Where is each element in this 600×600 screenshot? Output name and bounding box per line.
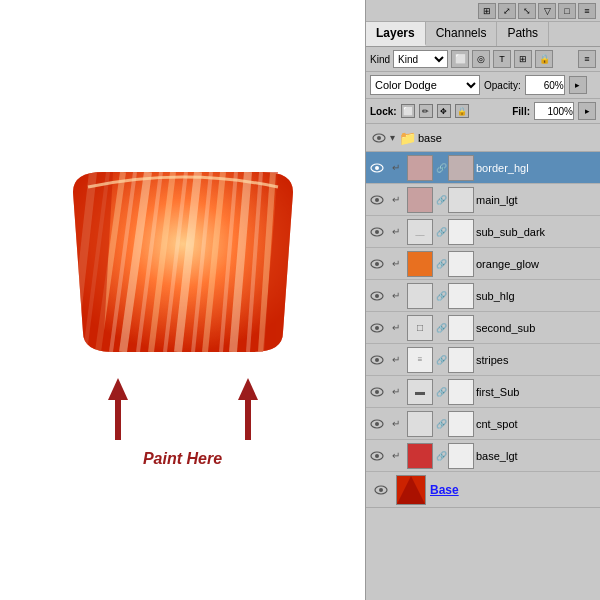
eye-icon-first-sub[interactable]: [366, 376, 388, 408]
filter-row: Kind Kind ⬜ ◎ T ⊞ 🔒 ≡: [366, 47, 600, 72]
arrow-up-icon: [108, 378, 128, 400]
layer-name-base-lgt: base_lgt: [476, 450, 600, 462]
thumb-link: 🔗: [436, 443, 446, 469]
layer-item-second-sub[interactable]: ↵ □ 🔗 second_sub: [366, 312, 600, 344]
thumb-sub-hlg: [407, 283, 433, 309]
layer-item-main-lgt[interactable]: ↵ 🔗 main_lgt: [366, 184, 600, 216]
thumb-orange-glow: [407, 251, 433, 277]
mask-main-lgt: [448, 187, 474, 213]
filter-icon-3[interactable]: T: [493, 50, 511, 68]
icon-btn-6[interactable]: ≡: [578, 3, 596, 19]
group-expand-icon[interactable]: ▾: [390, 132, 395, 143]
filter-icon-4[interactable]: ⊞: [514, 50, 532, 68]
base-layer-name[interactable]: Base: [430, 483, 459, 497]
link-icon: ↵: [388, 152, 404, 184]
layer-item-stripes[interactable]: ↵ ≡ 🔗 stripes: [366, 344, 600, 376]
layer-item-sub-sub-dark[interactable]: ↵ __ 🔗 sub_sub_dark: [366, 216, 600, 248]
thumb-second-sub: □: [407, 315, 433, 341]
icon-btn-2[interactable]: ⤢: [498, 3, 516, 19]
opacity-input[interactable]: 60%: [525, 75, 565, 95]
fill-arrow[interactable]: ▸: [578, 102, 596, 120]
tab-channels[interactable]: Channels: [426, 22, 498, 46]
link-icon: ↵: [388, 408, 404, 440]
cupcake-illustration: [43, 162, 323, 362]
thumb-link: 🔗: [436, 155, 446, 181]
eye-icon-border-hgl[interactable]: [366, 152, 388, 184]
layer-name-stripes: stripes: [476, 354, 600, 366]
mask-base-lgt: [448, 443, 474, 469]
layer-name-border-hgl: border_hgl: [476, 162, 600, 174]
svg-point-16: [377, 136, 381, 140]
layer-item-border-hgl[interactable]: ↵ 🔗 border_hgl: [366, 152, 600, 184]
eye-icon-main-lgt[interactable]: [366, 184, 388, 216]
svg-point-34: [375, 422, 379, 426]
lock-icon-2[interactable]: ✏: [419, 104, 433, 118]
thumb-link: 🔗: [436, 411, 446, 437]
thumb-base-lgt: [407, 443, 433, 469]
eye-icon-base-group[interactable]: [368, 124, 390, 154]
tab-layers[interactable]: Layers: [366, 22, 426, 46]
layer-name-sub-hlg: sub_hlg: [476, 290, 600, 302]
filter-icon-6[interactable]: ≡: [578, 50, 596, 68]
link-icon: ↵: [388, 376, 404, 408]
mask-stripes: [448, 347, 474, 373]
thumb-link: 🔗: [436, 379, 446, 405]
lock-label: Lock:: [370, 106, 397, 117]
link-icon: ↵: [388, 248, 404, 280]
layer-item-cnt-spot[interactable]: ↵ 🔗 cnt_spot: [366, 408, 600, 440]
right-panel: ⊞ ⤢ ⤡ ▽ □ ≡ Layers Channels Paths Kind K…: [365, 0, 600, 600]
svg-point-22: [375, 230, 379, 234]
lock-icon-1[interactable]: ⬜: [401, 104, 415, 118]
eye-icon-sub-hlg[interactable]: [366, 280, 388, 312]
svg-point-30: [375, 358, 379, 362]
lock-icon-4[interactable]: 🔒: [455, 104, 469, 118]
layers-list: ▾ 📁 base ↵ 🔗 border_hgl: [366, 124, 600, 600]
mask-sub-sub-dark: [448, 219, 474, 245]
filter-icon-2[interactable]: ◎: [472, 50, 490, 68]
filter-icon-1[interactable]: ⬜: [451, 50, 469, 68]
layer-name-second-sub: second_sub: [476, 322, 600, 334]
tabs-bar: Layers Channels Paths: [366, 22, 600, 47]
link-icon: ↵: [388, 440, 404, 472]
svg-point-38: [379, 488, 383, 492]
eye-icon-base-lgt[interactable]: [366, 440, 388, 472]
icon-btn-3[interactable]: ⤡: [518, 3, 536, 19]
thumb-link: 🔗: [436, 283, 446, 309]
paint-here-label: Paint Here: [143, 450, 222, 468]
eye-icon-base-layer[interactable]: [370, 474, 392, 506]
mask-first-sub: [448, 379, 474, 405]
eye-icon-cnt-spot[interactable]: [366, 408, 388, 440]
link-icon: ↵: [388, 280, 404, 312]
layer-item-base-lgt[interactable]: ↵ 🔗 base_lgt: [366, 440, 600, 472]
fill-label: Fill:: [512, 106, 530, 117]
icon-btn-5[interactable]: □: [558, 3, 576, 19]
blend-mode-row: Color Dodge Normal Multiply Screen Opaci…: [366, 72, 600, 99]
opacity-label: Opacity:: [484, 80, 521, 91]
icon-btn-4[interactable]: ▽: [538, 3, 556, 19]
eye-icon-second-sub[interactable]: [366, 312, 388, 344]
eye-icon-orange-glow[interactable]: [366, 248, 388, 280]
layer-item-orange-glow[interactable]: ↵ 🔗 orange_glow: [366, 248, 600, 280]
svg-point-36: [375, 454, 379, 458]
layer-item-first-sub[interactable]: ↵ ▬ 🔗 first_Sub: [366, 376, 600, 408]
mask-second-sub: [448, 315, 474, 341]
eye-icon-stripes[interactable]: [366, 344, 388, 376]
layer-name-sub-sub-dark: sub_sub_dark: [476, 226, 600, 238]
arrow-shaft: [245, 400, 251, 440]
thumb-border-hgl: [407, 155, 433, 181]
filter-icon-5[interactable]: 🔒: [535, 50, 553, 68]
fill-input[interactable]: [534, 102, 574, 120]
tab-paths[interactable]: Paths: [497, 22, 549, 46]
mask-border-hgl: [448, 155, 474, 181]
lock-icon-3[interactable]: ✥: [437, 104, 451, 118]
mask-orange-glow: [448, 251, 474, 277]
thumb-link: 🔗: [436, 219, 446, 245]
icon-btn-1[interactable]: ⊞: [478, 3, 496, 19]
layer-item-sub-hlg[interactable]: ↵ 🔗 sub_hlg: [366, 280, 600, 312]
blend-mode-select[interactable]: Color Dodge Normal Multiply Screen: [370, 75, 480, 95]
kind-select[interactable]: Kind: [393, 50, 448, 68]
link-icon: ↵: [388, 312, 404, 344]
opacity-arrow[interactable]: ▸: [569, 76, 587, 94]
base-layer-row[interactable]: Base: [366, 472, 600, 508]
eye-icon-sub-sub-dark[interactable]: [366, 216, 388, 248]
